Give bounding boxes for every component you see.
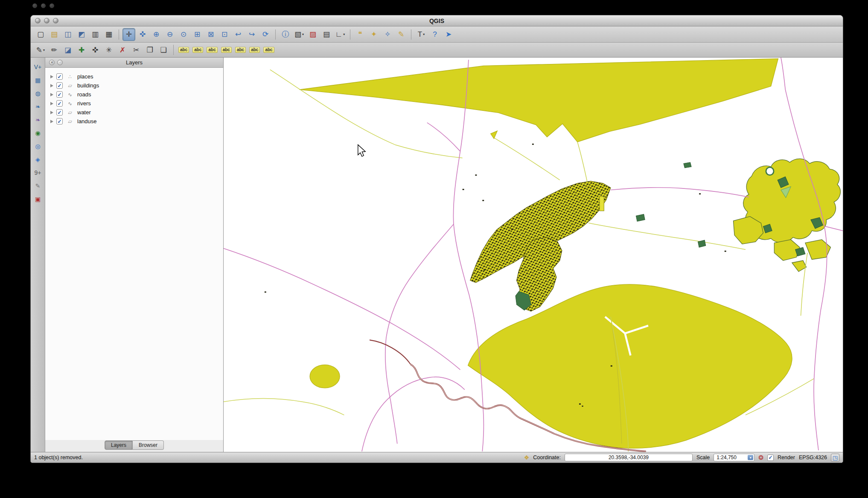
- remove-layer-button[interactable]: ▣: [32, 194, 44, 204]
- select-features-button[interactable]: ▧▾: [293, 28, 306, 41]
- labeling-button[interactable]: abc: [177, 43, 190, 56]
- scale-input[interactable]: 1:24,750 ▾: [714, 454, 754, 461]
- save-project-as-button[interactable]: ◩: [75, 28, 88, 41]
- identify-features-button[interactable]: ⓘ: [279, 28, 292, 41]
- zoom-to-selection-button[interactable]: ⊠: [204, 28, 217, 41]
- panel-tab-layers[interactable]: Layers: [105, 440, 133, 450]
- disclosure-triangle-icon[interactable]: [50, 102, 53, 105]
- text-annotation-icon: ✎: [398, 31, 404, 38]
- label-show-hide-button[interactable]: abc: [248, 43, 261, 56]
- save-project-button[interactable]: ◫: [61, 28, 74, 41]
- layer-visibility-checkbox[interactable]: ✓: [56, 100, 63, 107]
- title-bar[interactable]: QGIS: [31, 15, 843, 26]
- label-pin-button[interactable]: abc: [234, 43, 247, 56]
- zoom-last-button[interactable]: ↩: [232, 28, 245, 41]
- label-move-button[interactable]: abc: [191, 43, 204, 56]
- zoom-actual-size-button[interactable]: ⊙: [177, 28, 190, 41]
- panel-close-button[interactable]: ✕: [49, 60, 55, 65]
- save-layer-edits-button[interactable]: ◪: [61, 43, 74, 56]
- whats-this-button[interactable]: ➤: [442, 28, 455, 41]
- delete-selected-button[interactable]: ✗: [116, 43, 129, 56]
- minimize-button[interactable]: [44, 18, 50, 23]
- scale-dropdown-icon[interactable]: ▾: [748, 455, 753, 460]
- layer-item-water[interactable]: ✓▱water: [45, 108, 223, 117]
- new-spatialite-layer-button[interactable]: 9+: [32, 168, 44, 178]
- add-mssql-layer-button[interactable]: ❧: [32, 115, 44, 125]
- current-edits-button[interactable]: ✎▾: [34, 43, 47, 56]
- new-print-composer-button[interactable]: ▥: [89, 28, 102, 41]
- label-rotate-button[interactable]: abc: [205, 43, 218, 56]
- zoom-in-button[interactable]: ⊕: [150, 28, 163, 41]
- cut-features-button[interactable]: ✂: [130, 43, 143, 56]
- panel-float-button[interactable]: ◦: [57, 60, 63, 65]
- disclosure-triangle-icon[interactable]: [50, 93, 53, 96]
- toggle-editing-button[interactable]: ✏: [48, 43, 61, 56]
- add-spatialite-layer-button[interactable]: ❧: [32, 101, 44, 112]
- zoom-to-selection-icon: ⊠: [208, 31, 214, 38]
- open-attribute-table-button[interactable]: ▤: [320, 28, 333, 41]
- add-feature-button[interactable]: ✚: [75, 43, 88, 56]
- coordinate-input[interactable]: 20.3598,-34.0039: [565, 454, 693, 461]
- label-rotate-icon: abc: [207, 47, 217, 53]
- layer-visibility-checkbox[interactable]: ✓: [56, 73, 63, 80]
- zoom-last-icon: ↩: [235, 31, 241, 38]
- new-shapefile-layer-button[interactable]: ✎: [32, 181, 44, 191]
- add-wcs-layer-button[interactable]: ◎: [32, 141, 44, 151]
- label-properties-button[interactable]: abc: [262, 43, 275, 56]
- new-spatialite-layer-icon: 9+: [35, 170, 41, 176]
- zoom-next-button[interactable]: ↪: [245, 28, 258, 41]
- render-checkbox[interactable]: ✓: [767, 455, 774, 461]
- help-contents-button[interactable]: ?: [428, 28, 441, 41]
- node-tool-button[interactable]: ✳: [102, 43, 115, 56]
- pan-to-selection-button[interactable]: ✜: [136, 28, 149, 41]
- layer-item-landuse[interactable]: ✓▱landuse: [45, 117, 223, 126]
- zoom-out-button[interactable]: ⊖: [163, 28, 176, 41]
- zoom-full-button[interactable]: ⊞: [191, 28, 204, 41]
- layer-visibility-checkbox[interactable]: ✓: [56, 109, 63, 116]
- add-wfs-layer-button[interactable]: ◈: [32, 154, 44, 165]
- map-tips-button[interactable]: ❝: [354, 28, 367, 41]
- disclosure-triangle-icon[interactable]: [50, 75, 53, 78]
- close-button[interactable]: [35, 18, 41, 23]
- stop-rendering-icon[interactable]: ❂: [758, 455, 763, 460]
- layers-panel: ✕ ◦ Layers ✓∴places✓▱buildings✓∿roads✓∿r…: [45, 58, 224, 452]
- open-project-button[interactable]: ▤: [48, 28, 61, 41]
- layer-item-roads[interactable]: ✓∿roads: [45, 90, 223, 99]
- paste-features-button[interactable]: ❏: [157, 43, 170, 56]
- label-tool-button[interactable]: T▾: [415, 28, 428, 41]
- add-wms-layer-button[interactable]: ◉: [32, 128, 44, 138]
- deselect-features-button[interactable]: ▨: [306, 28, 319, 41]
- add-wms-layer-icon: ◉: [35, 130, 40, 136]
- disclosure-triangle-icon[interactable]: [50, 84, 53, 87]
- move-feature-button[interactable]: ✜: [89, 43, 102, 56]
- add-postgis-layer-button[interactable]: ◍: [32, 88, 44, 98]
- label-change-button[interactable]: abc: [220, 43, 233, 56]
- map-canvas[interactable]: [224, 58, 843, 452]
- pan-map-button[interactable]: ✛: [122, 28, 135, 41]
- layer-item-places[interactable]: ✓∴places: [45, 72, 223, 81]
- add-vector-layer-button[interactable]: V+: [32, 62, 44, 72]
- text-annotation-button[interactable]: ✎: [395, 28, 408, 41]
- layer-visibility-checkbox[interactable]: ✓: [56, 91, 63, 98]
- add-raster-layer-button[interactable]: ▦: [32, 75, 44, 85]
- save-layer-edits-icon: ◪: [64, 46, 71, 54]
- composer-manager-button[interactable]: ▦: [102, 28, 115, 41]
- new-bookmark-button[interactable]: ✦: [367, 28, 380, 41]
- disclosure-triangle-icon[interactable]: [50, 120, 53, 123]
- show-bookmarks-button[interactable]: ✧: [381, 28, 394, 41]
- panel-tab-browser[interactable]: Browser: [133, 440, 164, 450]
- layer-visibility-checkbox[interactable]: ✓: [56, 82, 63, 89]
- disclosure-triangle-icon[interactable]: [50, 111, 53, 114]
- refresh-map-button[interactable]: ⟳: [259, 28, 272, 41]
- layer-visibility-checkbox[interactable]: ✓: [56, 118, 63, 124]
- measure-button[interactable]: ∟▾: [334, 28, 347, 41]
- dropdown-caret-icon: ▾: [302, 32, 304, 36]
- copy-features-button[interactable]: ❐: [143, 43, 156, 56]
- new-print-composer-icon: ▥: [92, 31, 99, 38]
- new-project-button[interactable]: ▢: [34, 28, 47, 41]
- crs-status-button[interactable]: ◳: [831, 454, 839, 462]
- zoom-button[interactable]: [53, 18, 58, 23]
- layer-item-rivers[interactable]: ✓∿rivers: [45, 99, 223, 108]
- layer-item-buildings[interactable]: ✓▱buildings: [45, 81, 223, 90]
- zoom-to-layer-button[interactable]: ⊡: [218, 28, 231, 41]
